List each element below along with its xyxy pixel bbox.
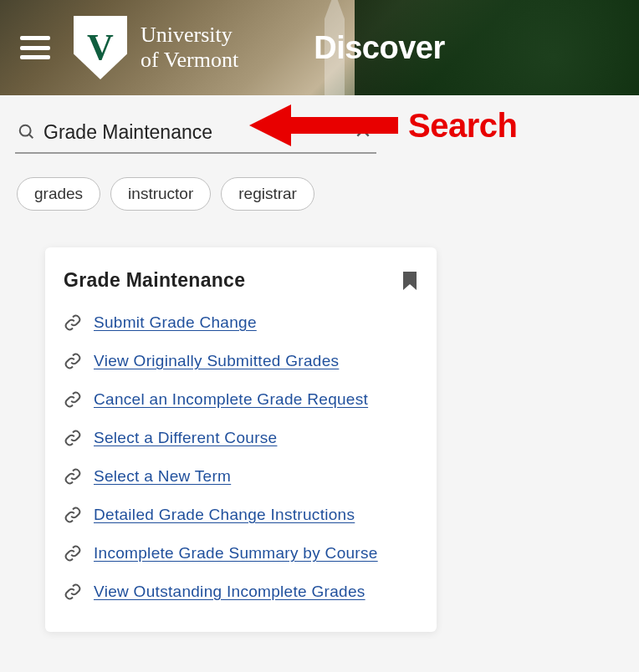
- list-item: Select a Different Course: [64, 419, 430, 457]
- list-item: Select a New Term: [64, 457, 430, 496]
- links-list[interactable]: Submit Grade Change View Originally Subm…: [45, 298, 437, 632]
- shield-letter: V: [87, 29, 114, 66]
- link-icon: [64, 467, 82, 486]
- link-icon: [64, 544, 82, 563]
- shield-icon: V: [74, 16, 127, 79]
- link-icon: [64, 583, 82, 601]
- link-view-originally-submitted-grades[interactable]: View Originally Submitted Grades: [94, 352, 339, 370]
- list-item: Submit Grade Change: [64, 303, 430, 342]
- link-cancel-incomplete-grade-request[interactable]: Cancel an Incomplete Grade Request: [94, 390, 368, 409]
- search-icon: [15, 123, 38, 141]
- links-wrap: Submit Grade Change View Originally Subm…: [45, 298, 437, 632]
- chip-registrar[interactable]: registrar: [221, 177, 314, 211]
- list-item: Cancel an Incomplete Grade Request: [64, 380, 430, 419]
- filter-chips: grades instructor registrar: [15, 177, 624, 211]
- close-icon: [355, 122, 371, 139]
- list-item: Incomplete Grade Summary by Course: [64, 534, 430, 573]
- list-item: View Originally Submitted Grades: [64, 342, 430, 380]
- search-input[interactable]: [38, 121, 350, 144]
- list-item: View Outstanding Incomplete Grades: [64, 573, 430, 611]
- link-select-new-term[interactable]: Select a New Term: [94, 467, 231, 486]
- app-title: Discover: [314, 30, 445, 66]
- link-icon: [64, 390, 82, 409]
- svg-point-1: [20, 125, 31, 136]
- wordmark: University of Vermont: [141, 23, 238, 73]
- clear-search-button[interactable]: [350, 120, 376, 144]
- link-incomplete-grade-summary-by-course[interactable]: Incomplete Grade Summary by Course: [94, 544, 378, 563]
- search-row: [15, 115, 376, 154]
- chip-instructor[interactable]: instructor: [110, 177, 211, 211]
- link-icon: [64, 506, 82, 524]
- card-title: Grade Maintenance: [64, 269, 245, 292]
- chip-grades[interactable]: grades: [17, 177, 100, 211]
- link-select-different-course[interactable]: Select a Different Course: [94, 429, 277, 447]
- wordmark-line2: of Vermont: [141, 48, 238, 73]
- svg-line-2: [29, 135, 33, 139]
- list-item: Detailed Grade Change Instructions: [64, 496, 430, 534]
- link-detailed-grade-change-instructions[interactable]: Detailed Grade Change Instructions: [94, 506, 355, 524]
- link-icon: [64, 352, 82, 370]
- wordmark-line1: University: [141, 23, 238, 48]
- link-icon: [64, 429, 82, 447]
- link-icon: [64, 313, 82, 332]
- hamburger-menu[interactable]: [20, 36, 50, 59]
- hamburger-icon: [20, 36, 50, 40]
- header-banner: V University of Vermont Discover: [0, 0, 639, 95]
- card-header: Grade Maintenance: [45, 247, 437, 298]
- uvm-logo[interactable]: V University of Vermont: [74, 16, 238, 79]
- bookmark-button[interactable]: [401, 271, 418, 291]
- link-view-outstanding-incomplete-grades[interactable]: View Outstanding Incomplete Grades: [94, 583, 366, 601]
- link-submit-grade-change[interactable]: Submit Grade Change: [94, 313, 257, 332]
- result-card: Grade Maintenance Submit Grade Change: [45, 247, 437, 632]
- search-area: grades instructor registrar Grade Mainte…: [0, 95, 639, 632]
- bookmark-icon: [401, 271, 418, 291]
